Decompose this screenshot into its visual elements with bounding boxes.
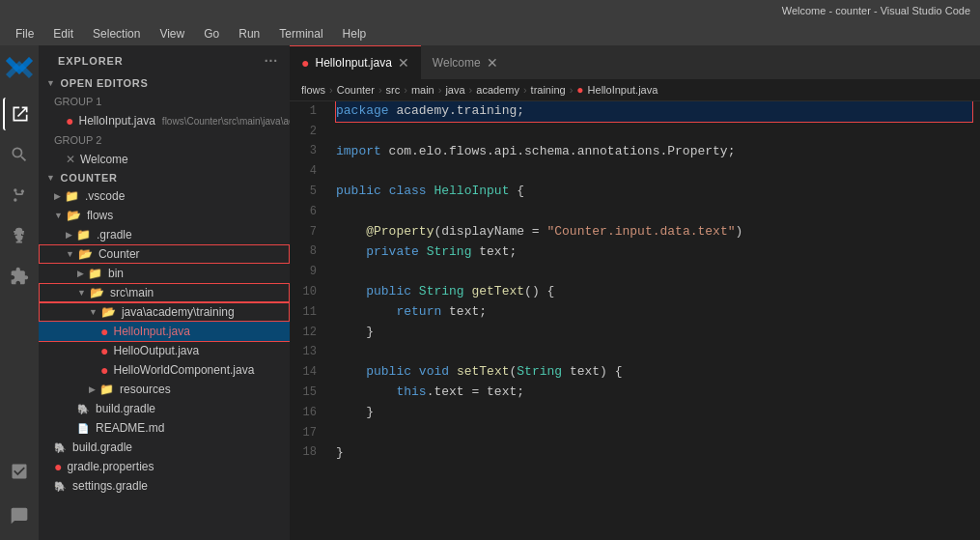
tab-helloinput[interactable]: ● HelloInput.java ✕ [290,45,421,79]
tab-welcome[interactable]: Welcome ✕ [421,45,510,79]
gradle-icon-2: 🐘 [54,442,66,453]
breadcrumb: flows › Counter › src › main › java › ac… [290,79,980,101]
gradle-icon-1: 🐘 [77,404,89,414]
activity-bar [0,45,39,540]
tab-welcome-close[interactable]: ✕ [487,55,498,71]
error-dot-4: ● [54,459,62,474]
folder-flows[interactable]: ▼ 📂 flows [39,206,290,225]
activity-test[interactable] [3,455,36,488]
tab-helloinput-label: HelloInput.java [315,56,391,70]
menu-file[interactable]: File [8,25,42,43]
folder-counter[interactable]: ▼ 📂 Counter [39,244,290,264]
code-line-5: public class HelloInput { [336,182,972,202]
title-text: Welcome - counter - Visual Studio Code [782,5,970,16]
file-gradle-props[interactable]: ● gradle.properties [39,457,290,476]
code-line-7: @Property(displayName = "Counter.input.d… [336,222,972,242]
activity-explorer[interactable] [3,98,36,130]
file-settings-gradle[interactable]: 🐘 settings.gradle [39,476,290,496]
open-editors-welcome[interactable]: ✕ Welcome [39,150,290,169]
code-line-4 [336,161,972,182]
code-line-18: } [336,443,972,464]
file-helloinput[interactable]: ● HelloInput.java [39,322,290,341]
menu-selection[interactable]: Selection [85,25,148,43]
menu-help[interactable]: Help [335,25,375,43]
breadcrumb-counter[interactable]: Counter [337,84,375,96]
tab-welcome-label: Welcome [433,56,481,70]
error-dot-3: ● [100,362,108,378]
activity-debug[interactable] [3,219,36,252]
activity-search[interactable] [3,138,36,171]
code-line-15: this.text = text; [336,383,972,403]
counter-chevron: ▼ [46,173,56,183]
folder-gradle[interactable]: ▶ 📁 .gradle [39,225,290,244]
folder-icon: 📁 [65,189,79,203]
line-numbers: 1 2 3 4 5 6 7 8 9 10 11 12 13 14 15 16 1… [290,101,328,540]
breadcrumb-academy[interactable]: academy [476,84,519,96]
file-hellooutput[interactable]: ● HelloOutput.java [39,341,290,360]
folder-java-academy[interactable]: ▼ 📂 java\academy\training [39,302,290,322]
breadcrumb-helloinput[interactable]: HelloInput.java [588,84,658,96]
code-line-2 [336,122,972,142]
counter-section[interactable]: ▼ COUNTER [39,169,290,186]
breadcrumb-main[interactable]: main [411,84,434,96]
code-line-12: } [336,323,972,343]
folder-icon-3: 📁 [88,267,102,280]
code-line-11: return text; [336,302,972,323]
tab-bar: ● HelloInput.java ✕ Welcome ✕ [290,45,980,79]
activity-git[interactable] [3,179,36,212]
sidebar: EXPLORER ··· ▼ OPEN EDITORS GROUP 1 ● He… [39,45,290,540]
code-content[interactable]: package academy.training; import com.elo… [328,101,980,540]
code-line-13 [336,343,972,363]
error-dot-2: ● [100,343,108,358]
folder-bin[interactable]: ▶ 📁 bin [39,264,290,283]
code-line-10: public String getText() { [336,282,972,302]
tab-helloinput-close[interactable]: ✕ [398,55,409,71]
activity-remote[interactable] [3,499,36,532]
file-readme[interactable]: 📄 README.md [39,418,290,438]
folder-icon-2: 📁 [76,228,91,242]
vscode-logo [1,49,38,86]
breadcrumb-java[interactable]: java [445,84,464,96]
activity-extensions[interactable] [3,260,36,293]
title-bar: Welcome - counter - Visual Studio Code [0,0,980,21]
breadcrumb-flows[interactable]: flows [301,84,325,96]
menu-terminal[interactable]: Terminal [271,25,330,43]
menu-run[interactable]: Run [231,25,267,43]
md-icon: 📄 [77,423,89,434]
code-line-17 [336,423,972,443]
code-line-14: public void setText(String text) { [336,362,972,383]
breadcrumb-training[interactable]: training [531,84,566,96]
sidebar-content: ▼ OPEN EDITORS GROUP 1 ● HelloInput.java… [39,74,290,540]
gradle-icon-3: 🐘 [54,481,66,492]
folder-resources[interactable]: ▶ 📁 resources [39,380,290,399]
code-line-3: import com.elo.flows.api.schema.annotati… [336,142,972,162]
code-line-1: package academy.training; [336,101,972,122]
folder-vscode[interactable]: ▶ 📁 .vscode [39,186,290,206]
sidebar-more-options[interactable]: ··· [265,53,278,69]
error-icon: ● [66,113,73,128]
close-icon-welcome: ✕ [66,153,75,166]
folder-icon-5: 📁 [99,383,114,396]
breadcrumb-error-icon: ● [576,83,583,97]
open-editors-chevron: ▼ [46,78,56,88]
menu-view[interactable]: View [152,25,192,43]
file-helloworldcomponent[interactable]: ● HelloWorldComponent.java [39,360,290,380]
folder-open-icon-4: 📂 [101,305,116,319]
error-dot-1: ● [100,324,108,339]
menu-edit[interactable]: Edit [45,25,81,43]
breadcrumb-src[interactable]: src [386,84,401,96]
group1-header: GROUP 1 [39,92,290,111]
folder-open-icon-2: 📂 [78,247,93,261]
folder-src-main[interactable]: ▼ 📂 src\main [39,283,290,302]
open-editors-helloinput[interactable]: ● HelloInput.java flows\Counter\src\main… [39,111,290,130]
code-line-9 [336,262,972,282]
code-line-16: } [336,403,972,423]
file-build-gradle-root[interactable]: 🐘 build.gradle [39,438,290,457]
menu-bar: File Edit Selection View Go Run Terminal… [0,21,980,45]
code-line-8: private String text; [336,242,972,263]
open-editors-section[interactable]: ▼ OPEN EDITORS [39,74,290,92]
tab-error-icon: ● [301,55,309,71]
sidebar-header: EXPLORER ··· [39,45,290,74]
file-build-gradle-counter[interactable]: 🐘 build.gradle [39,399,290,418]
menu-go[interactable]: Go [196,25,227,43]
